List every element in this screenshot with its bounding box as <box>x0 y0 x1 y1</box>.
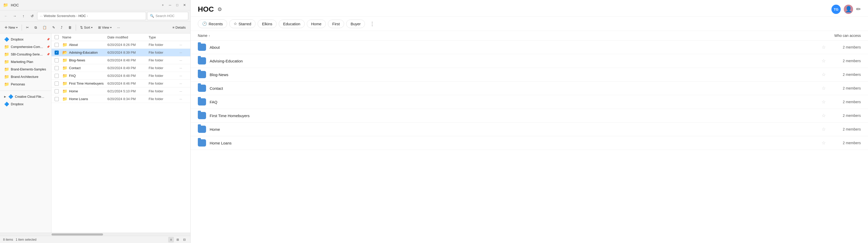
scrollbar-area[interactable] <box>0 233 190 236</box>
file-type: File folder <box>149 82 180 85</box>
sidebar-item-dropbox2[interactable]: 🔷 Dropbox <box>0 100 51 108</box>
cloud-file-row[interactable]: Home☆2 members <box>191 123 868 136</box>
file-more-button[interactable]: ··· <box>180 89 187 93</box>
pen-icon[interactable]: ✏ <box>856 6 861 12</box>
tab-starred[interactable]: ☆ Starred <box>229 19 255 28</box>
address-bar[interactable]: ··· Website Screenshots › HOC › <box>37 12 146 20</box>
details-view-toggle[interactable]: ⊟ <box>182 237 187 242</box>
minimize-button[interactable]: ─ <box>167 2 173 8</box>
cloud-header-name[interactable]: Name ↑ <box>198 33 814 38</box>
sidebar-item-cc-files[interactable]: ▶ 🔷 Creative Cloud Files Personal <box>0 93 51 100</box>
sidebar-item-brand-arch[interactable]: 📁 Brand Architecture <box>0 73 51 80</box>
search-bar[interactable]: 🔍 Search HOC <box>147 12 188 20</box>
header-date[interactable]: Date modified <box>107 35 149 39</box>
tab-elkins[interactable]: Elkins <box>257 20 277 28</box>
breadcrumb-path1[interactable]: Website Screenshots <box>44 14 75 18</box>
star-button[interactable]: ☆ <box>822 113 826 118</box>
file-checkbox[interactable] <box>55 43 59 47</box>
sidebar-item-brand-elements[interactable]: 📁 Brand-Elements-Samples <box>0 65 51 73</box>
file-checkbox[interactable] <box>55 58 59 62</box>
sort-button[interactable]: ⇅ Sort ▾ <box>78 24 95 31</box>
file-more-button[interactable]: ··· <box>180 51 187 54</box>
sidebar-item-comprehensive[interactable]: 📁 Comprehensive-Communit 📌 <box>0 43 51 51</box>
file-row[interactable]: 📁Home6/21/2024 5:10 PMFile folder··· <box>52 87 190 95</box>
file-more-button[interactable]: ··· <box>180 66 187 70</box>
file-rows-container: 📁About6/20/2024 8:26 PMFile folder···✓📂A… <box>52 41 190 103</box>
file-row[interactable]: 📁About6/20/2024 8:26 PMFile folder··· <box>52 41 190 49</box>
file-row[interactable]: 📁Blog-News6/20/2024 8:48 PMFile folder··… <box>52 56 190 64</box>
view-button[interactable]: ⊞ View ▾ <box>96 24 114 31</box>
delete-button[interactable]: 🗑 <box>66 24 74 31</box>
cloud-file-row[interactable]: About☆2 members <box>191 40 868 54</box>
file-row[interactable]: ✓📂Advising-Education6/20/2024 8:39 PMFil… <box>52 49 190 56</box>
star-button[interactable]: ☆ <box>822 44 826 50</box>
file-checkbox[interactable] <box>55 82 59 86</box>
star-button[interactable]: ☆ <box>822 99 826 105</box>
file-name: 📁Contact <box>62 65 107 71</box>
tab-home[interactable]: Home <box>307 20 326 28</box>
cut-button[interactable]: ✂ <box>24 24 31 31</box>
file-row[interactable]: 📁First Time Homebuyers6/20/2024 8:46 PMF… <box>52 80 190 87</box>
file-checkbox[interactable] <box>55 74 59 78</box>
settings-icon[interactable]: ⚙ <box>217 6 222 12</box>
select-all-checkbox[interactable] <box>55 35 59 39</box>
file-more-button[interactable]: ··· <box>180 82 187 85</box>
new-button[interactable]: ✛ New ▾ <box>2 24 20 31</box>
header-type[interactable]: Type <box>149 35 180 39</box>
star-button[interactable]: ☆ <box>822 140 826 146</box>
share-button[interactable]: ⤴ <box>58 24 65 31</box>
cloud-file-row[interactable]: First Time Homebuyers☆2 members <box>191 109 868 123</box>
cloud-file-row[interactable]: Blog-News☆2 members <box>191 68 868 82</box>
tab-recents[interactable]: 🕐 Recents <box>198 19 227 28</box>
sidebar-item-sbi[interactable]: 📁 SBI-Consulting-Series_2023 📌 <box>0 51 51 58</box>
file-more-button[interactable]: ··· <box>180 74 187 78</box>
more-tabs-button[interactable]: ⋮ <box>368 20 376 28</box>
rename-button[interactable]: ✎ <box>50 24 58 31</box>
sidebar-item-personas[interactable]: 📁 Personas <box>0 80 51 88</box>
file-row[interactable]: 📁FAQ6/20/2024 8:48 PMFile folder··· <box>52 72 190 80</box>
new-tab-button[interactable]: + <box>160 2 166 8</box>
list-view-toggle[interactable]: ≡ <box>168 237 174 242</box>
cloud-file-row[interactable]: Home Loans☆2 members <box>191 136 868 150</box>
star-button[interactable]: ☆ <box>822 72 826 77</box>
breadcrumb-path2[interactable]: HOC <box>78 14 86 18</box>
star-button[interactable]: ☆ <box>822 58 826 64</box>
file-checkbox[interactable]: ✓ <box>55 51 59 55</box>
tab-buyer[interactable]: Buyer <box>346 20 365 28</box>
copy-button[interactable]: ⧉ <box>32 24 39 31</box>
paste-button[interactable]: 📋 <box>40 24 49 31</box>
more-toolbar-button[interactable]: ··· <box>115 24 123 31</box>
file-checkbox[interactable] <box>55 89 59 93</box>
file-more-button[interactable]: ··· <box>180 43 187 47</box>
maximize-button[interactable]: □ <box>174 2 180 8</box>
file-more-button[interactable]: ··· <box>180 97 187 101</box>
sidebar-item-marketing[interactable]: 📁 Marketing Plan <box>0 58 51 65</box>
star-button[interactable]: ☆ <box>822 127 826 132</box>
folder-icon-brand-arch: 📁 <box>4 74 9 79</box>
header-name[interactable]: Name <box>62 35 107 39</box>
file-row[interactable]: 📁Contact6/20/2024 8:49 PMFile folder··· <box>52 64 190 72</box>
back-button[interactable]: ← <box>2 12 10 20</box>
close-button[interactable]: ✕ <box>182 2 187 8</box>
file-type: File folder <box>149 97 180 101</box>
file-checkbox[interactable] <box>55 66 59 70</box>
file-checkbox[interactable] <box>55 97 59 101</box>
scrollbar-thumb[interactable] <box>52 234 103 236</box>
tab-first[interactable]: First <box>328 20 344 28</box>
grid-view-toggle[interactable]: ⊞ <box>175 237 181 242</box>
star-button[interactable]: ☆ <box>822 85 826 91</box>
details-button[interactable]: ≡ Details <box>170 24 188 31</box>
cloud-access-count: 2 members <box>830 113 861 118</box>
tab-education[interactable]: Education <box>279 20 305 28</box>
file-more-button[interactable]: ··· <box>180 59 187 62</box>
refresh-button[interactable]: ↺ <box>28 12 36 20</box>
forward-button[interactable]: → <box>11 12 19 20</box>
sidebar-item-dropbox[interactable]: 🔷 Dropbox 📌 <box>0 35 51 43</box>
file-row[interactable]: 📁Home Loans6/20/2024 8:34 PMFile folder·… <box>52 95 190 103</box>
cloud-folder-icon <box>198 71 206 78</box>
cloud-file-row[interactable]: Advising-Education☆2 members <box>191 54 868 68</box>
cloud-file-row[interactable]: Contact☆2 members <box>191 82 868 95</box>
cloud-file-row[interactable]: FAQ☆2 members <box>191 95 868 109</box>
up-button[interactable]: ↑ <box>20 12 27 20</box>
avatar-tg[interactable]: TG <box>831 5 841 14</box>
